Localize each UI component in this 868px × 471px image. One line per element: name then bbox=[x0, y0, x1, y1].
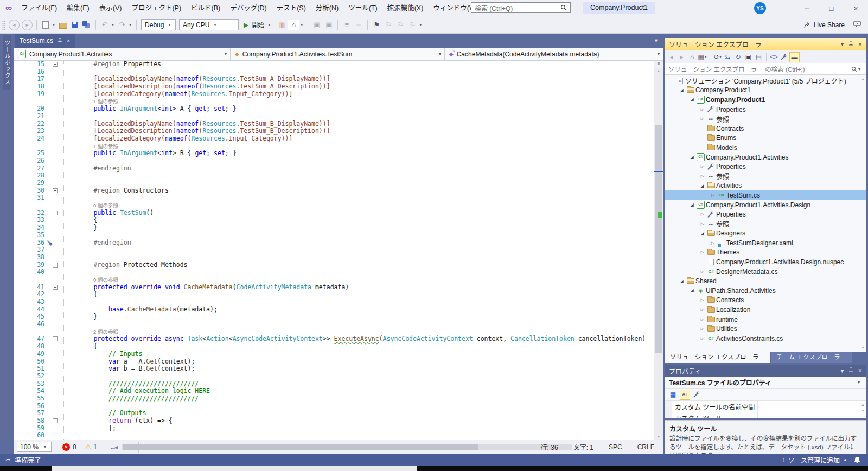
tree-item-17[interactable]: ▷TestSumDesigner.xaml bbox=[665, 238, 866, 248]
clear-bookmarks-icon[interactable]: ⚐ bbox=[406, 19, 418, 31]
code-line-56[interactable]: 56 bbox=[14, 403, 654, 410]
save-all-icon[interactable] bbox=[81, 19, 93, 31]
pin-icon[interactable] bbox=[58, 38, 62, 44]
code-line-40[interactable]: 40 bbox=[14, 269, 654, 276]
codelens-row[interactable]: 2 個の参照 bbox=[14, 328, 654, 336]
tree-item-1[interactable]: ◢Company.Product1 bbox=[665, 86, 866, 96]
expander-icon[interactable]: ▷ bbox=[699, 270, 706, 274]
code-line-60[interactable]: 60 bbox=[14, 432, 654, 440]
expander-icon[interactable]: ◢ bbox=[699, 231, 706, 236]
tab-overflow-icon[interactable]: ▼ bbox=[654, 38, 659, 43]
expander-icon[interactable]: ▷ bbox=[699, 336, 706, 341]
tree-item-26[interactable]: ▷Utilities bbox=[665, 324, 866, 334]
menu-item-0[interactable]: ファイル(F) bbox=[16, 0, 62, 16]
expander-icon[interactable]: ▷ bbox=[709, 193, 716, 198]
switch-views-icon[interactable]: ▦▾ bbox=[697, 52, 707, 62]
code-line-30[interactable]: 30− #region Constructors bbox=[14, 187, 654, 195]
home-icon[interactable]: ⌂ bbox=[687, 52, 697, 62]
menu-item-8[interactable]: ツール(T) bbox=[343, 0, 382, 16]
sync-with-active-document-icon[interactable]: ⇆ bbox=[723, 52, 733, 62]
codelens-row[interactable]: 0 個の参照 bbox=[14, 276, 654, 284]
view-code-icon[interactable]: <> bbox=[769, 52, 779, 62]
navigate-backward-icon[interactable]: ◂ bbox=[9, 20, 20, 30]
code-line-36[interactable]: 36 #endregion bbox=[14, 239, 654, 247]
bookmark-icon[interactable]: ⚑ bbox=[371, 19, 382, 31]
code-line-20[interactable]: 20 public InArgument<int> A { get; set; … bbox=[14, 105, 654, 113]
code-line-57[interactable]: 57 // Outputs bbox=[14, 410, 654, 417]
start-debugging-button[interactable]: ▶ 開始 ▾ bbox=[244, 20, 272, 29]
undo-icon[interactable]: ↶ bbox=[99, 19, 111, 31]
fold-toggle-icon[interactable]: − bbox=[53, 336, 58, 341]
code-line-42[interactable]: 42 { bbox=[14, 291, 654, 298]
live-share-button[interactable]: Live Share bbox=[803, 21, 845, 29]
expander-icon[interactable]: ▷ bbox=[699, 308, 706, 312]
tree-item-21[interactable]: ◢Shared bbox=[665, 276, 866, 286]
code-line-58[interactable]: 58− return (ctx) => { bbox=[14, 417, 654, 425]
pin-icon[interactable] bbox=[848, 41, 853, 48]
code-line-45[interactable]: 45 } bbox=[14, 313, 654, 321]
tree-item-14[interactable]: ▷Properties bbox=[665, 209, 866, 219]
properties-object-selector[interactable]: TestSum.cs ファイルのプロパティ ▾ bbox=[665, 377, 866, 389]
code-line-33[interactable]: 33 { bbox=[14, 217, 654, 224]
forward-icon[interactable]: ▸ bbox=[676, 52, 687, 62]
maximize-icon[interactable]: □ bbox=[819, 0, 844, 16]
nav-type-dropdown[interactable]: ◆ Company.Product1.Activities.TestSum ▾ bbox=[231, 48, 445, 60]
zoom-select[interactable]: 100 % ▾ bbox=[17, 442, 52, 452]
tree-item-25[interactable]: ▷runtime bbox=[665, 315, 866, 324]
tree-item-3[interactable]: ▷Properties bbox=[665, 105, 866, 114]
codelens-row[interactable]: 1 個の参照 bbox=[14, 98, 654, 105]
show-all-files-icon[interactable]: ▤ bbox=[754, 52, 764, 62]
expander-icon[interactable]: ▷ bbox=[699, 327, 706, 331]
tab-close-icon[interactable]: × bbox=[67, 37, 70, 44]
menu-item-9[interactable]: 拡張機能(X) bbox=[382, 0, 429, 16]
expander-icon[interactable]: ▷ bbox=[699, 107, 706, 112]
properties-icon[interactable] bbox=[779, 52, 789, 62]
scroll-down-icon[interactable]: ▼ bbox=[861, 346, 865, 349]
code-line-50[interactable]: 50 var a = A.Get(context); bbox=[14, 358, 654, 366]
new-file-icon[interactable] bbox=[40, 19, 52, 31]
expander-icon[interactable]: ▷ bbox=[699, 174, 706, 179]
expander-icon[interactable]: ▷ bbox=[699, 222, 706, 226]
expander-icon[interactable]: ◢ bbox=[688, 155, 695, 160]
pin-icon[interactable] bbox=[848, 367, 853, 374]
code-line-59[interactable]: 59 }; bbox=[14, 425, 654, 432]
property-value[interactable] bbox=[758, 401, 866, 412]
code-line-55[interactable]: 55 //////////////////////// bbox=[14, 395, 654, 403]
code-line-22[interactable]: 22 [LocalizedDisplayName(nameof(Resource… bbox=[14, 120, 654, 128]
codelens-row[interactable]: 0 個の参照 bbox=[14, 202, 654, 209]
nav-namespace-dropdown[interactable]: C# Company.Product1.Activities ▾ bbox=[14, 48, 231, 60]
codelens-row[interactable]: 1 個の参照 bbox=[14, 143, 654, 150]
feedback-button[interactable] bbox=[853, 21, 861, 29]
property-row-0[interactable]: カスタム ツール bbox=[665, 412, 866, 418]
eol-indicator[interactable]: CRLF bbox=[637, 443, 654, 451]
tree-item-7[interactable]: Models bbox=[665, 143, 866, 152]
code-line-27[interactable]: 27 #endregion bbox=[14, 165, 654, 173]
prev-bookmark-icon[interactable]: ⚐ bbox=[382, 19, 394, 31]
expander-icon[interactable]: ◢ bbox=[678, 88, 685, 93]
fold-toggle-icon[interactable]: − bbox=[53, 211, 58, 215]
expander-icon[interactable]: ▷ bbox=[699, 250, 706, 254]
code-line-39[interactable]: 39− #region Protected Methods bbox=[14, 262, 654, 269]
editor-vertical-scrollbar[interactable]: ≡ ▲ ▼ bbox=[654, 61, 663, 440]
expander-icon[interactable]: ▷ bbox=[699, 298, 706, 302]
uncomment-icon[interactable]: ▣ bbox=[323, 19, 335, 31]
expander-icon[interactable]: ◢ bbox=[699, 183, 706, 188]
refresh-icon[interactable]: ↻ bbox=[733, 52, 743, 62]
split-window-handle[interactable]: ≡ bbox=[654, 61, 663, 68]
tree-item-27[interactable]: ▷C#ActivitiesConstraints.cs bbox=[665, 334, 866, 343]
scroll-down-icon[interactable]: ▼ bbox=[861, 409, 865, 412]
expander-icon[interactable]: ▷ bbox=[699, 117, 706, 121]
tree-item-0[interactable]: ∞ソリューション 'Company.Product1' (5/5 プロジェクト) bbox=[665, 76, 866, 86]
property-pages-icon[interactable] bbox=[692, 390, 702, 400]
codelens-references[interactable]: 2 個の参照 bbox=[63, 329, 118, 335]
code-line-26[interactable]: 26 bbox=[14, 157, 654, 165]
tool-window-tab-0[interactable]: ソリューション エクスプローラー bbox=[665, 352, 770, 363]
codelens-references[interactable]: 0 個の参照 bbox=[63, 277, 118, 283]
scroll-up-icon[interactable]: ▲ bbox=[861, 77, 865, 81]
code-line-17[interactable]: 17 [LocalizedDisplayName(nameof(Resource… bbox=[14, 75, 654, 83]
warning-count[interactable]: 1 bbox=[93, 443, 97, 451]
tree-item-13[interactable]: ◢C#Company.Product1.Activities.Design bbox=[665, 200, 866, 210]
close-icon[interactable]: × bbox=[858, 367, 862, 374]
menu-item-3[interactable]: プロジェクト(P) bbox=[126, 0, 186, 16]
code-line-31[interactable]: 31 bbox=[14, 194, 654, 202]
